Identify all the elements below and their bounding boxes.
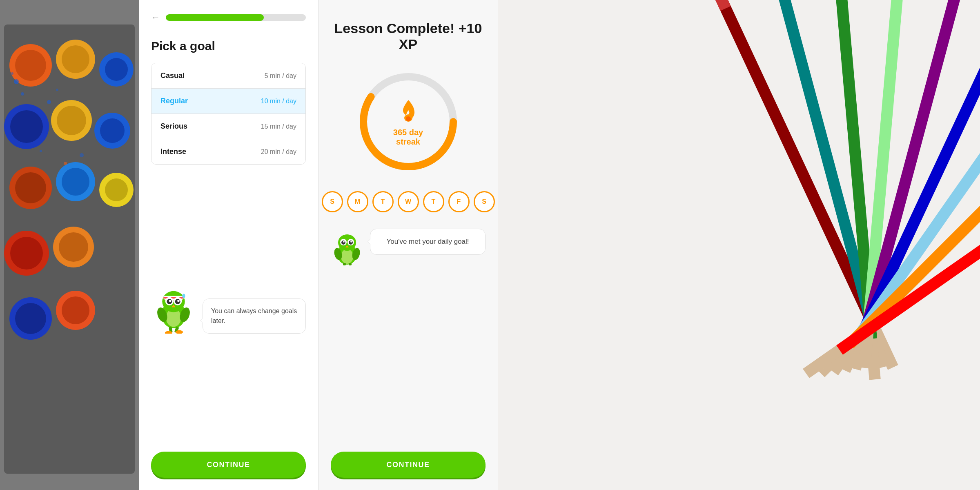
lesson-complete-screen: Lesson Complete! +10 XP 365 day streak S… (318, 0, 498, 490)
svg-point-24 (56, 89, 58, 91)
svg-point-22 (11, 72, 13, 75)
progress-bar-fill (166, 14, 264, 21)
mascot-owl-2 (331, 229, 363, 265)
goal-item-casual[interactable]: Casual 5 min / day (151, 63, 305, 89)
mascot-area-2: You've met your daily goal! (331, 229, 486, 265)
goal-item-serious[interactable]: Serious 15 min / day (151, 114, 305, 139)
goal-item-regular[interactable]: Regular 10 min / day (151, 89, 305, 114)
flame-icon (394, 97, 423, 125)
svg-point-54 (182, 294, 185, 298)
svg-point-31 (59, 232, 88, 262)
svg-point-66 (343, 241, 345, 243)
goal-time-casual: 5 min / day (265, 72, 296, 80)
svg-point-33 (15, 303, 46, 334)
svg-point-25 (80, 153, 84, 157)
svg-point-27 (40, 150, 42, 152)
continue-button-1[interactable]: CONTINUE (151, 452, 306, 478)
pick-goal-screen: ← Pick a goal Casual 5 min / day Regular… (139, 0, 318, 490)
streak-circle: 365 day streak (355, 69, 461, 175)
svg-point-15 (15, 172, 46, 203)
svg-point-7 (105, 58, 128, 81)
day-W: W (398, 191, 419, 212)
speech-text-2: You've met your daily goal! (386, 238, 469, 245)
back-button[interactable]: ← (151, 12, 160, 23)
progress-bar-container (166, 14, 306, 21)
svg-point-5 (62, 45, 89, 73)
day-F: F (448, 191, 470, 212)
goal-item-intense[interactable]: Intense 20 min / day (151, 139, 305, 164)
mascot-area: You can always change goals later. (151, 268, 306, 334)
day-S1: S (322, 191, 343, 212)
speech-text-1: You can always change goals later. (211, 307, 297, 324)
speech-bubble-1: You can always change goals later. (203, 298, 306, 334)
goal-name-serious: Serious (160, 122, 187, 131)
day-T2: T (423, 191, 444, 212)
svg-point-60 (341, 249, 353, 264)
svg-point-35 (62, 296, 89, 324)
svg-point-13 (100, 118, 125, 143)
screen-header: ← (151, 12, 306, 23)
goal-list: Casual 5 min / day Regular 10 min / day … (151, 63, 306, 165)
streak-text: 365 day streak (382, 128, 435, 147)
continue-button-2[interactable]: CONTINUE (331, 452, 486, 478)
goal-time-intense: 20 min / day (261, 148, 296, 156)
svg-point-21 (21, 92, 24, 96)
svg-point-45 (169, 299, 172, 302)
left-photo-panel (0, 0, 139, 490)
svg-point-29 (10, 237, 43, 270)
goal-name-intense: Intense (160, 147, 186, 156)
svg-rect-72 (349, 263, 352, 265)
streak-inner: 365 day streak (382, 97, 435, 147)
speech-bubble-2: You've met your daily goal! (370, 229, 486, 255)
svg-point-9 (10, 110, 43, 143)
svg-point-20 (14, 79, 19, 84)
svg-rect-71 (343, 263, 346, 265)
day-S2: S (474, 191, 495, 212)
page-title: Pick a goal (151, 39, 306, 53)
svg-point-67 (350, 241, 352, 243)
lesson-complete-text: Lesson Complete! (334, 20, 455, 36)
svg-point-11 (57, 106, 86, 135)
goal-name-regular: Regular (160, 97, 188, 105)
days-row: S M T W T F S (322, 191, 495, 212)
mascot-owl (151, 285, 196, 334)
day-T1: T (372, 191, 394, 212)
svg-point-23 (47, 100, 51, 104)
day-M: M (347, 191, 368, 212)
goal-time-serious: 15 min / day (261, 123, 296, 130)
svg-point-17 (62, 168, 89, 196)
goal-time-regular: 10 min / day (261, 98, 296, 105)
svg-point-26 (64, 162, 67, 165)
goal-name-casual: Casual (160, 71, 185, 80)
svg-point-19 (105, 178, 128, 201)
right-photo-panel (498, 0, 980, 490)
svg-point-3 (15, 50, 46, 81)
svg-point-58 (406, 116, 411, 121)
svg-point-46 (177, 299, 180, 302)
lesson-complete-title: Lesson Complete! +10 XP (331, 20, 486, 52)
